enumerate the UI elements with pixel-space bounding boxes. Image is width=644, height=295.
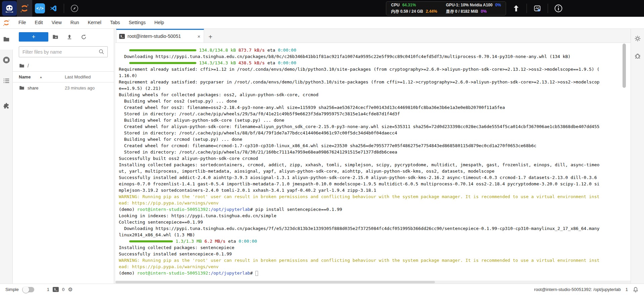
search-icon [98,49,105,55]
terminal-line: ead: https://pip.pypa.io/warnings/venv [119,200,629,206]
cpu-value: 64.31% [402,2,416,8]
breadcrumb-root[interactable]: / [28,63,29,68]
simple-mode-label: Simple [5,287,19,292]
terminal-line: ut, yarl, multiprocess, importlib-metada… [119,168,629,174]
vram-stat: 显存 0 / 8182 MiB 0% [446,8,501,15]
vertical-scrollbar[interactable] [623,44,626,88]
file-modified: 23 minutes ago [65,85,108,91]
progress-bar [129,240,173,242]
terminal-line: e==1.9.5) (2.21) [119,85,629,92]
terminal-tab[interactable]: $_ root@intern-studio-50051 × [116,29,204,43]
menu-view[interactable]: View [47,17,66,28]
terminal-line: (demo) root@intern-studio-50051392:/opt/… [119,206,629,213]
terminal-line: WARNING: Running pip as the 'root' user … [119,193,629,200]
terminal-line: Requirement already satisfied: pycparser… [119,79,629,85]
upload-button[interactable] [62,32,77,42]
vram-label: 显存 0 / 8182 MiB [446,8,478,15]
sidebar-tab-file-browser[interactable] [0,29,13,50]
column-header-name[interactable]: Name ▲ [19,74,65,79]
column-header-last-modified[interactable]: Last Modified [65,74,108,79]
terminal-line: ead: https://pip.pypa.io/warnings/venv [119,263,629,270]
menu-file[interactable]: File [14,17,31,28]
terminals-count: 1 [47,287,49,292]
menu-bar: File Edit View Run Kernel Tabs Settings … [0,17,644,29]
filter-files-input[interactable] [19,46,108,57]
terminal-line: 134.3/134.3 kB 438.5 kB/s eta 0:00:00 [119,60,629,66]
terminal-line: Successfully built oss2 aliyun-python-sd… [119,155,629,162]
refresh-button[interactable] [77,32,91,42]
jupyterlab-app-icon[interactable] [17,0,32,17]
progress-bar [129,49,196,51]
new-launcher-button[interactable]: + [19,32,48,42]
home-folder-icon[interactable] [19,63,25,69]
menu-run[interactable]: Run [66,17,84,28]
new-folder-button[interactable] [48,32,62,42]
bell-icon[interactable] [633,287,639,293]
terminal-line: Building wheel for crcmod (setup.py) ...… [119,136,629,142]
sidebar-tab-extensions[interactable] [0,96,13,117]
terminal-line: Collecting sentencepiece==0.1.99 [119,219,629,225]
new-tab-button[interactable]: + [205,31,216,43]
terminal-icon[interactable]: $_ [53,287,59,292]
kernel-gear-icon[interactable]: ⚙ [68,287,72,292]
dock-panel: $_ root@intern-studio-50051 × + 134.8/13… [114,29,631,284]
memory-stat: 内存 0.59 / 24 GB 2.44% [391,8,437,15]
tab-bar: $_ root@intern-studio-50051 × + [115,29,631,43]
menu-tabs[interactable]: Tabs [106,17,125,28]
sidebar-tab-table-of-contents[interactable] [0,70,13,91]
simple-mode-toggle[interactable] [22,287,34,292]
terminal-line: Installing collected packages: sentencep… [119,244,629,251]
terminal-line: (demo) root@intern-studio-50051392:/opt/… [119,270,629,276]
sort-ascending-icon: ▲ [39,75,42,79]
terminal-line: Created wheel for oss2: filename=oss2-2.… [119,104,629,111]
jupyterlab-window: </> CPU 64.31% GPU-1: [0,0,644,295]
horizontal-scrollbar-thumb[interactable] [115,281,435,283]
folder-icon [19,85,25,91]
stop-circle-icon [2,56,10,64]
jupyter-logo-icon [20,4,29,13]
breadcrumb: / [13,59,114,72]
intern-studio-logo-icon[interactable] [2,1,17,16]
terminal-output[interactable]: 134.8/134.8 kB 873.7 kB/s eta 0:00:00 Do… [115,43,631,281]
terminal-line: Downloading https://pypi.tuna.tsinghua.e… [119,53,629,60]
terminal-line: mplejson-3.19.2 sortedcontainers-2.4.0 t… [119,187,629,193]
property-inspector-tab[interactable] [633,34,643,44]
notifications-count: 1 [626,287,628,292]
compass-icon[interactable] [69,3,80,14]
activity-monitor-icon[interactable] [532,3,543,14]
file-row-share[interactable]: share 23 minutes ago [13,82,114,93]
terminal-line: Building wheel for aliyun-python-sdk-cor… [119,117,629,123]
file-filter [19,46,108,57]
folder-icon [3,36,10,43]
debugger-tab[interactable] [633,51,643,61]
bug-icon [634,52,641,60]
horizontal-scrollbar[interactable] [115,281,631,284]
progress-bar [129,62,196,64]
terminal-line: 1.3/1.3 MB 6.2 MB/s eta 0:00:00 [119,238,629,244]
vscode-icon[interactable] [48,3,59,14]
terminal-line: Building wheel for oss2 (setup.py) ... d… [119,98,629,104]
close-tab-icon[interactable]: × [197,34,201,39]
cpu-label: CPU [391,2,399,8]
sidebar-tab-running-sessions[interactable] [0,50,13,70]
cpu-stat: CPU 64.31% [391,2,437,8]
upgrade-arrow-icon[interactable] [510,3,522,14]
menu-kernel[interactable]: Kernel [83,17,105,28]
terminal-line: Stored in directory: /root/.cache/pip/wh… [119,111,629,117]
main-area: + [0,29,644,284]
name-header-label: Name [19,74,31,79]
menu-help[interactable]: Help [150,17,168,28]
terminal-line: Successfully installed sentencepiece-0.1… [119,251,629,257]
gpu-value: 0% [495,2,501,8]
file-browser-panel: + [13,29,114,284]
code-server-icon[interactable]: </> [35,3,45,13]
terminal-line: 134.8/134.8 kB 873.7 kB/s eta 0:00:00 [119,47,629,53]
info-icon[interactable] [553,3,564,14]
menu-settings[interactable]: Settings [125,17,150,28]
file-name: share [28,85,39,91]
menu-edit[interactable]: Edit [31,17,47,28]
kernels-count: 0 [62,287,64,292]
file-list-header: Name ▲ Last Modified [13,72,114,82]
upload-icon [66,34,72,40]
terminal-line: Downloading https://pypi.tuna.tsinghua.e… [119,225,629,232]
